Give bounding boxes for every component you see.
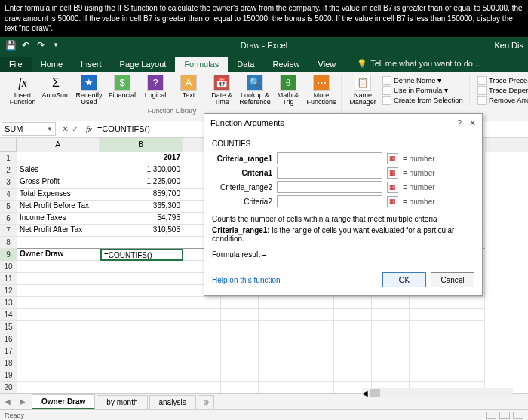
tab-data[interactable]: Data: [228, 57, 263, 72]
cell[interactable]: 310,505: [100, 225, 183, 237]
cell[interactable]: [410, 309, 447, 321]
cell[interactable]: [17, 369, 100, 382]
arg-input-3[interactable]: [277, 195, 382, 207]
tab-formulas[interactable]: Formulas: [175, 57, 228, 72]
cell[interactable]: [372, 369, 410, 382]
cell[interactable]: [372, 345, 410, 357]
remove-arrows-button[interactable]: Remove Arrows ▾: [477, 96, 528, 105]
arg-input-1[interactable]: [277, 167, 382, 179]
horizontal-scrollbar[interactable]: ◀: [362, 388, 513, 398]
cell[interactable]: [410, 321, 447, 333]
undo-icon[interactable]: ↶: [20, 39, 32, 51]
cell[interactable]: [17, 273, 100, 285]
tab-page-layout[interactable]: Page Layout: [111, 57, 176, 72]
qat-dropdown-icon[interactable]: ▼: [50, 39, 62, 51]
cell[interactable]: [334, 309, 372, 321]
save-icon[interactable]: 💾: [5, 39, 17, 51]
cell[interactable]: [410, 369, 447, 382]
row-header[interactable]: 5: [0, 201, 17, 213]
col-header-b[interactable]: B: [100, 138, 183, 152]
cell[interactable]: [221, 382, 259, 394]
sheet-tab-owner-draw[interactable]: Owner Draw: [32, 394, 95, 409]
select-all-corner[interactable]: [0, 138, 17, 152]
sheet-tab-analysis[interactable]: analysis: [149, 395, 196, 409]
cell[interactable]: [410, 333, 447, 345]
cell[interactable]: [17, 357, 100, 369]
cell[interactable]: Total Expenses: [17, 189, 100, 201]
cell[interactable]: [447, 321, 485, 333]
scroll-left-icon[interactable]: ◀: [362, 389, 368, 397]
cell[interactable]: [259, 309, 296, 321]
cell[interactable]: [17, 382, 100, 394]
row-header[interactable]: 1: [0, 152, 17, 164]
cell[interactable]: [100, 273, 183, 285]
cell[interactable]: Net Profit After Tax: [17, 225, 100, 237]
tab-review[interactable]: Review: [263, 57, 309, 72]
cell[interactable]: [372, 357, 410, 369]
cell[interactable]: [100, 321, 183, 333]
trace-dependents-button[interactable]: Trace Dependents: [477, 86, 528, 95]
tab-home[interactable]: Home: [32, 57, 72, 72]
cell[interactable]: 2017: [100, 152, 183, 164]
cell[interactable]: [183, 309, 221, 321]
cell[interactable]: 1,300,000: [100, 164, 183, 176]
cell[interactable]: [334, 321, 372, 333]
name-manager-button[interactable]: 📋Name Manager: [346, 75, 379, 106]
cell[interactable]: Owner Draw: [17, 249, 100, 261]
row-header[interactable]: 3: [0, 176, 17, 189]
autosum-button[interactable]: ΣAutoSum: [39, 75, 72, 106]
ok-button[interactable]: OK: [382, 272, 426, 287]
cell[interactable]: [183, 297, 221, 309]
cell[interactable]: 859,700: [100, 189, 183, 201]
cell[interactable]: [221, 297, 259, 309]
row-header[interactable]: 19: [0, 369, 17, 382]
cell[interactable]: [17, 309, 100, 321]
cell[interactable]: 54,795: [100, 213, 183, 225]
cell[interactable]: [410, 297, 447, 309]
cell[interactable]: [259, 321, 296, 333]
cell[interactable]: [447, 297, 485, 309]
cell[interactable]: [296, 369, 334, 382]
row-header[interactable]: 18: [0, 357, 17, 369]
arg-input-0[interactable]: [277, 152, 382, 164]
cell[interactable]: [17, 261, 100, 273]
row-header[interactable]: 6: [0, 213, 17, 225]
cell[interactable]: [17, 345, 100, 357]
cell[interactable]: [221, 345, 259, 357]
define-name-button[interactable]: Define Name ▾: [382, 76, 463, 85]
cell[interactable]: 365,300: [100, 201, 183, 213]
cell[interactable]: [221, 369, 259, 382]
cell[interactable]: [183, 345, 221, 357]
cell[interactable]: [100, 333, 183, 345]
cell[interactable]: Net Profit Before Tax: [17, 201, 100, 213]
add-sheet-button[interactable]: ⊕: [198, 395, 214, 409]
cell[interactable]: [334, 345, 372, 357]
cell[interactable]: [221, 333, 259, 345]
cell[interactable]: [17, 297, 100, 309]
arg-input-2[interactable]: [277, 181, 382, 193]
row-header[interactable]: 2: [0, 164, 17, 176]
financial-button[interactable]: $Financial: [106, 75, 139, 106]
lookup-button[interactable]: 🔍Lookup & Reference: [238, 75, 272, 106]
range-picker-icon[interactable]: ▦: [387, 167, 398, 179]
cell[interactable]: [100, 369, 183, 382]
recently-used-button[interactable]: ★Recently Used: [72, 75, 106, 106]
cell[interactable]: [410, 357, 447, 369]
cell[interactable]: [221, 309, 259, 321]
row-header[interactable]: 7: [0, 225, 17, 237]
cell[interactable]: [17, 333, 100, 345]
cell[interactable]: [372, 309, 410, 321]
cell[interactable]: [447, 309, 485, 321]
dialog-help-icon[interactable]: ?: [457, 118, 462, 127]
cell[interactable]: [372, 333, 410, 345]
cell[interactable]: [296, 382, 334, 394]
tab-view[interactable]: View: [309, 57, 345, 72]
cell[interactable]: [296, 345, 334, 357]
cell[interactable]: [100, 237, 183, 249]
sheet-nav-prev-icon[interactable]: ◀: [0, 397, 15, 406]
more-functions-button[interactable]: ⋯More Functions: [305, 75, 338, 106]
cell[interactable]: [100, 345, 183, 357]
range-picker-icon[interactable]: ▦: [387, 182, 398, 193]
tell-me-search[interactable]: 💡Tell me what you want to do...: [351, 56, 486, 72]
row-header[interactable]: 20: [0, 382, 17, 394]
